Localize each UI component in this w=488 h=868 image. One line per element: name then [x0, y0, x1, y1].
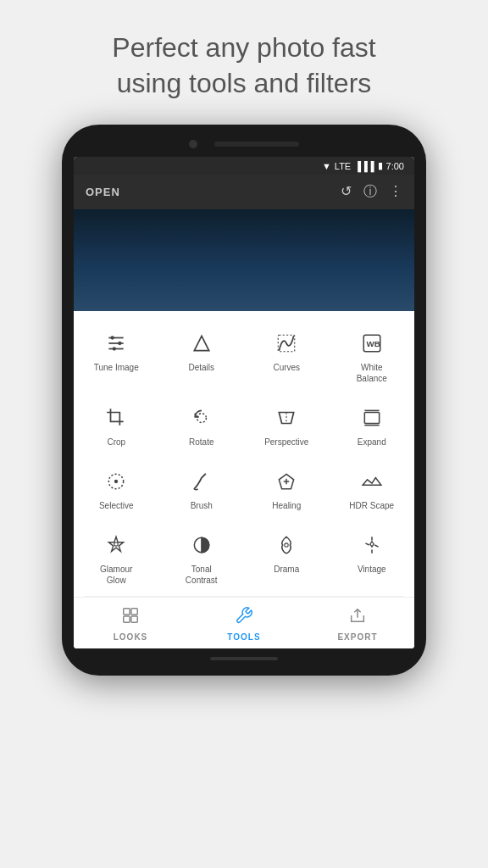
- nav-tools[interactable]: TOOLS: [187, 606, 301, 642]
- tools-grid: Tune Image Details: [74, 320, 414, 596]
- curves-icon: [275, 328, 297, 359]
- svg-point-4: [118, 342, 121, 345]
- app-bar-icons: ↺ ⓘ ⋮: [341, 183, 402, 201]
- drama-icon: [275, 530, 297, 560]
- brush-label: Brush: [191, 500, 213, 511]
- looks-label: LOOKS: [114, 632, 148, 642]
- phone-top-bar: [74, 140, 414, 148]
- glamour-glow-icon: [105, 530, 127, 560]
- speaker-bar: [214, 142, 299, 147]
- tune-image-icon: [105, 328, 127, 359]
- rotate-label: Rotate: [189, 437, 214, 448]
- svg-point-24: [285, 543, 288, 547]
- status-bar: ▼ LTE ▐▐▐ ▮ 7:00: [74, 157, 414, 175]
- tool-glamour-glow[interactable]: Glamour Glow: [74, 521, 159, 596]
- svg-rect-13: [364, 413, 379, 424]
- more-icon[interactable]: ⋮: [389, 183, 402, 201]
- tool-hdr-scape[interactable]: HDR Scape: [330, 458, 415, 521]
- hdr-scape-icon: [361, 466, 383, 497]
- photo-gradient: [74, 209, 414, 311]
- tonal-contrast-label: Tonal Contrast: [186, 564, 218, 586]
- white-balance-label: White Balance: [357, 362, 387, 384]
- time-label: 7:00: [386, 161, 404, 171]
- tool-crop[interactable]: Crop: [74, 394, 159, 458]
- svg-marker-29: [370, 542, 374, 548]
- app-bar: OPEN ↺ ⓘ ⋮: [74, 175, 414, 209]
- status-icons: ▼ LTE ▐▐▐ ▮ 7:00: [322, 160, 404, 171]
- svg-line-28: [374, 545, 378, 547]
- headline: Perfect any photo fastusing tools and fi…: [78, 0, 409, 125]
- svg-point-3: [111, 337, 114, 340]
- svg-line-27: [365, 543, 369, 545]
- svg-point-5: [113, 348, 116, 351]
- svg-rect-30: [124, 609, 130, 615]
- hdr-scape-label: HDR Scape: [349, 500, 394, 511]
- svg-text:WB: WB: [366, 340, 380, 349]
- phone-shell: ▼ LTE ▐▐▐ ▮ 7:00 OPEN ↺ ⓘ ⋮: [62, 125, 426, 676]
- phone-bottom-bar: [74, 657, 414, 660]
- nav-export[interactable]: EXPORT: [301, 606, 414, 642]
- expand-icon: [361, 403, 383, 433]
- brush-icon: [191, 466, 213, 497]
- svg-marker-6: [194, 337, 208, 351]
- tool-rotate[interactable]: Rotate: [159, 394, 245, 458]
- wifi-icon: ▼: [322, 161, 331, 171]
- looks-icon: [121, 606, 140, 629]
- white-balance-icon: WB: [361, 328, 383, 359]
- lte-label: LTE: [335, 161, 351, 171]
- tool-curves[interactable]: Curves: [244, 320, 330, 394]
- tool-expand[interactable]: Expand: [330, 394, 415, 458]
- tools-icon: [235, 606, 253, 629]
- home-bar: [210, 657, 278, 660]
- svg-point-17: [114, 480, 118, 483]
- photo-area: [74, 209, 414, 311]
- vintage-icon: [361, 530, 383, 560]
- export-icon: [348, 606, 367, 629]
- battery-icon: ▮: [378, 160, 383, 171]
- tool-vintage[interactable]: Vintage: [330, 521, 415, 596]
- history-icon[interactable]: ↺: [341, 183, 352, 201]
- tool-white-balance[interactable]: WB White Balance: [330, 320, 415, 394]
- tool-tonal-contrast[interactable]: Tonal Contrast: [159, 521, 245, 596]
- rotate-icon: [191, 403, 213, 433]
- crop-icon: [105, 403, 127, 433]
- crop-label: Crop: [107, 437, 125, 448]
- tool-perspective[interactable]: Perspective: [244, 394, 330, 458]
- perspective-icon: [275, 403, 297, 433]
- details-label: Details: [188, 362, 214, 373]
- camera-dot: [189, 140, 197, 148]
- svg-point-22: [114, 542, 118, 546]
- tool-healing[interactable]: Healing: [244, 458, 330, 521]
- expand-label: Expand: [358, 437, 386, 448]
- healing-icon: [275, 466, 297, 497]
- signal-bars: ▐▐▐: [354, 161, 374, 171]
- drama-label: Drama: [274, 564, 299, 575]
- tool-drama[interactable]: Drama: [244, 521, 330, 596]
- tool-details[interactable]: Details: [159, 320, 245, 394]
- selective-icon: [105, 466, 127, 497]
- tune-image-label: Tune Image: [94, 362, 139, 373]
- tool-tune-image[interactable]: Tune Image: [74, 320, 159, 394]
- perspective-label: Perspective: [264, 437, 308, 448]
- bottom-nav: LOOKS TOOLS: [74, 597, 414, 648]
- tool-brush[interactable]: Brush: [159, 458, 245, 521]
- vintage-label: Vintage: [358, 564, 386, 575]
- glamour-glow-label: Glamour Glow: [100, 564, 132, 586]
- curves-label: Curves: [273, 362, 300, 373]
- tools-label: TOOLS: [227, 632, 260, 642]
- phone-screen: ▼ LTE ▐▐▐ ▮ 7:00 OPEN ↺ ⓘ ⋮: [74, 157, 414, 648]
- svg-marker-21: [109, 537, 124, 551]
- tonal-contrast-icon: [191, 530, 213, 560]
- open-button[interactable]: OPEN: [86, 186, 120, 198]
- phone-frame: ▼ LTE ▐▐▐ ▮ 7:00 OPEN ↺ ⓘ ⋮: [62, 125, 426, 676]
- svg-rect-32: [124, 616, 130, 622]
- svg-rect-33: [131, 616, 137, 622]
- details-icon: [191, 328, 213, 359]
- export-label: EXPORT: [337, 632, 377, 642]
- tools-panel: Tune Image Details: [74, 311, 414, 648]
- svg-point-10: [197, 414, 206, 423]
- tool-selective[interactable]: Selective: [74, 458, 159, 521]
- info-icon[interactable]: ⓘ: [363, 183, 377, 201]
- nav-looks[interactable]: LOOKS: [74, 606, 187, 642]
- selective-label: Selective: [99, 500, 134, 511]
